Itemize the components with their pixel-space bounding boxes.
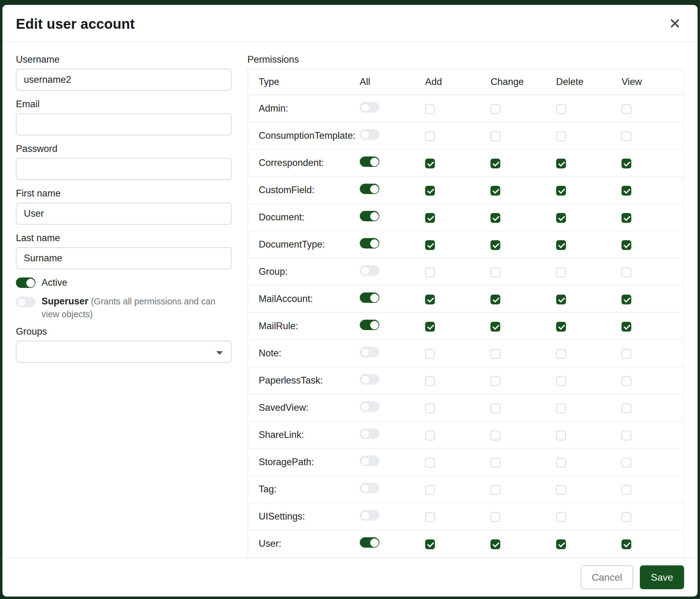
permission-view-checkbox[interactable] bbox=[622, 267, 631, 277]
permission-delete-checkbox[interactable] bbox=[556, 159, 566, 168]
permission-all-toggle[interactable] bbox=[360, 456, 379, 466]
permission-view-checkbox[interactable] bbox=[622, 349, 631, 359]
permission-all-toggle[interactable] bbox=[360, 238, 379, 248]
permission-add-checkbox[interactable] bbox=[425, 295, 435, 304]
permission-view-checkbox[interactable] bbox=[622, 376, 631, 386]
permission-all-toggle[interactable] bbox=[360, 184, 379, 194]
permission-add-checkbox[interactable] bbox=[425, 512, 435, 522]
permission-view-checkbox[interactable] bbox=[622, 512, 631, 522]
permission-change-checkbox[interactable] bbox=[491, 458, 500, 468]
password-field[interactable] bbox=[16, 158, 231, 180]
permission-add-checkbox[interactable] bbox=[425, 540, 435, 549]
permission-view-checkbox[interactable] bbox=[622, 458, 631, 468]
permission-all-toggle[interactable] bbox=[360, 129, 379, 140]
active-toggle[interactable] bbox=[16, 278, 35, 288]
permission-view-checkbox[interactable] bbox=[622, 540, 631, 549]
permission-add-checkbox[interactable] bbox=[425, 403, 435, 413]
permission-view-checkbox[interactable] bbox=[622, 240, 631, 250]
close-icon[interactable]: ✕ bbox=[666, 15, 684, 32]
permission-add-checkbox[interactable] bbox=[425, 349, 435, 359]
permission-change-checkbox[interactable] bbox=[491, 159, 500, 168]
email-field[interactable] bbox=[16, 113, 231, 136]
permission-all-toggle[interactable] bbox=[360, 429, 379, 439]
permission-view-checkbox[interactable] bbox=[622, 431, 631, 440]
permission-all-toggle[interactable] bbox=[360, 102, 379, 113]
permission-view-checkbox[interactable] bbox=[622, 403, 631, 413]
permission-view-checkbox[interactable] bbox=[622, 131, 631, 141]
permission-view-checkbox[interactable] bbox=[622, 159, 631, 168]
permission-add-checkbox[interactable] bbox=[425, 458, 435, 468]
first-name-field[interactable] bbox=[16, 202, 231, 224]
save-button[interactable]: Save bbox=[640, 566, 684, 589]
permission-change-checkbox[interactable] bbox=[491, 240, 500, 250]
permission-view-checkbox[interactable] bbox=[622, 322, 631, 332]
permission-delete-checkbox[interactable] bbox=[556, 131, 566, 141]
permission-delete-checkbox[interactable] bbox=[556, 267, 566, 277]
permission-add-checkbox[interactable] bbox=[425, 376, 435, 386]
username-input[interactable] bbox=[16, 69, 231, 91]
groups-select[interactable] bbox=[16, 341, 231, 363]
permission-delete-checkbox[interactable] bbox=[556, 403, 566, 413]
permission-change-checkbox[interactable] bbox=[491, 376, 500, 386]
permission-add-checkbox[interactable] bbox=[425, 431, 435, 440]
permission-delete-checkbox[interactable] bbox=[556, 512, 566, 522]
permission-all-toggle[interactable] bbox=[360, 483, 379, 493]
permission-change-checkbox[interactable] bbox=[491, 540, 500, 549]
permission-view-checkbox[interactable] bbox=[622, 295, 631, 304]
permission-change-checkbox[interactable] bbox=[491, 131, 500, 141]
permission-all-toggle[interactable] bbox=[360, 211, 379, 221]
permission-all-toggle[interactable] bbox=[360, 537, 379, 548]
cancel-button[interactable]: Cancel bbox=[581, 566, 633, 589]
permission-all-toggle[interactable] bbox=[360, 320, 379, 330]
permission-delete-checkbox[interactable] bbox=[556, 376, 566, 386]
permission-add-checkbox[interactable] bbox=[425, 213, 435, 223]
permission-all-toggle[interactable] bbox=[360, 265, 379, 275]
permission-view-checkbox[interactable] bbox=[622, 213, 631, 223]
permission-delete-checkbox[interactable] bbox=[556, 431, 566, 440]
permission-change-checkbox[interactable] bbox=[491, 512, 500, 522]
permission-all-toggle[interactable] bbox=[360, 292, 379, 303]
permission-change-checkbox[interactable] bbox=[491, 431, 500, 440]
permission-add-checkbox[interactable] bbox=[425, 186, 435, 196]
permission-view-checkbox[interactable] bbox=[622, 485, 631, 495]
permission-change-checkbox[interactable] bbox=[491, 349, 500, 359]
permission-add-checkbox[interactable] bbox=[425, 240, 435, 250]
permission-delete-checkbox[interactable] bbox=[556, 540, 566, 549]
permission-all-toggle[interactable] bbox=[360, 510, 379, 521]
permission-change-checkbox[interactable] bbox=[491, 322, 500, 332]
permission-add-checkbox[interactable] bbox=[425, 159, 435, 168]
permission-type-label: Correspondent: bbox=[248, 149, 357, 177]
permission-delete-checkbox[interactable] bbox=[556, 240, 566, 250]
permission-delete-checkbox[interactable] bbox=[556, 104, 566, 114]
permission-add-checkbox[interactable] bbox=[425, 104, 435, 114]
superuser-toggle[interactable] bbox=[16, 297, 35, 307]
permission-all-toggle[interactable] bbox=[360, 347, 379, 357]
permission-delete-checkbox[interactable] bbox=[556, 485, 566, 495]
permission-add-checkbox[interactable] bbox=[425, 267, 435, 277]
permission-all-toggle[interactable] bbox=[360, 401, 379, 412]
permission-all-toggle[interactable] bbox=[360, 157, 379, 167]
permission-delete-checkbox[interactable] bbox=[556, 213, 566, 223]
permission-delete-checkbox[interactable] bbox=[556, 322, 566, 332]
permission-type-label: PaperlessTask: bbox=[248, 367, 357, 394]
permission-delete-checkbox[interactable] bbox=[556, 295, 566, 304]
permission-delete-checkbox[interactable] bbox=[556, 186, 566, 196]
permission-add-checkbox[interactable] bbox=[425, 485, 435, 495]
permission-add-checkbox[interactable] bbox=[425, 322, 435, 332]
permission-delete-checkbox[interactable] bbox=[556, 349, 566, 359]
permission-view-checkbox[interactable] bbox=[622, 104, 631, 114]
permission-change-checkbox[interactable] bbox=[491, 485, 500, 495]
last-name-field[interactable] bbox=[16, 247, 231, 269]
permission-change-checkbox[interactable] bbox=[491, 295, 500, 304]
permission-change-checkbox[interactable] bbox=[491, 104, 500, 114]
permission-add-checkbox[interactable] bbox=[425, 131, 435, 141]
permission-delete-checkbox[interactable] bbox=[556, 458, 566, 468]
permission-view-checkbox[interactable] bbox=[622, 186, 631, 196]
permission-change-checkbox[interactable] bbox=[491, 186, 500, 196]
permission-change-checkbox[interactable] bbox=[491, 267, 500, 277]
permission-change-checkbox[interactable] bbox=[491, 213, 500, 223]
permission-all-toggle[interactable] bbox=[360, 374, 379, 384]
permission-change-checkbox[interactable] bbox=[491, 403, 500, 413]
password-group: Password bbox=[16, 143, 231, 180]
permissions-row: ConsumptionTemplate: bbox=[248, 122, 684, 149]
